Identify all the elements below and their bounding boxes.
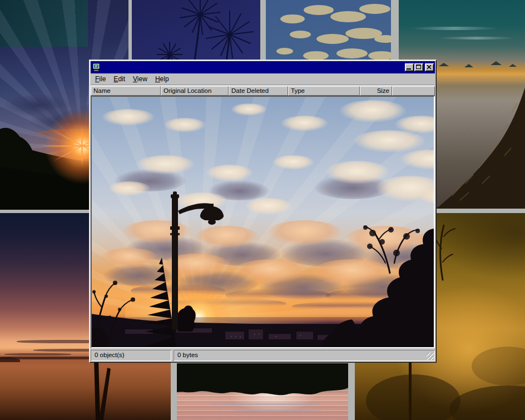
close-button[interactable]	[425, 63, 434, 71]
silhouette-layer	[92, 97, 434, 347]
status-bytes: 0 bytes	[174, 350, 435, 361]
column-header-date-deleted[interactable]: Date Deleted	[229, 86, 288, 96]
minimize-button[interactable]	[405, 63, 414, 71]
close-icon	[427, 65, 432, 70]
wallpaper-photo-reflection	[177, 363, 348, 420]
maximize-button[interactable]	[414, 63, 423, 71]
sunset-lamp-post-photo	[92, 97, 434, 347]
bush-silhouette	[176, 305, 196, 332]
menu-help[interactable]: Help	[151, 74, 173, 85]
pole-silhouette	[409, 355, 412, 420]
menu-file[interactable]: File	[91, 74, 110, 85]
resize-grip-icon[interactable]	[427, 353, 434, 360]
titlebar[interactable]	[91, 61, 435, 73]
column-header-empty[interactable]	[392, 86, 435, 96]
menu-edit[interactable]: Edit	[110, 74, 129, 85]
list-view-photo-area[interactable]	[91, 96, 435, 348]
status-bar: 0 object(s) 0 bytes	[91, 350, 435, 361]
reflected-trees	[177, 363, 348, 420]
column-header-original-location[interactable]: Original Location	[161, 86, 229, 96]
column-header-row: Name Original Location Date Deleted Type…	[91, 86, 435, 96]
menu-bar: File Edit View Help	[91, 73, 435, 85]
column-header-name[interactable]: Name	[91, 86, 161, 96]
lamp-post-silhouette	[170, 191, 224, 329]
recycle-bin-window: File Edit View Help Name Original Locati…	[89, 60, 437, 363]
computer-monitor-icon	[92, 63, 101, 72]
desktop: File Edit View Help Name Original Locati…	[0, 0, 525, 420]
menu-separator	[91, 85, 435, 86]
menu-view[interactable]: View	[129, 74, 151, 85]
minimize-icon	[407, 68, 411, 70]
column-header-size[interactable]: Size	[360, 86, 392, 96]
column-header-type[interactable]: Type	[288, 86, 360, 96]
status-objects: 0 object(s)	[91, 350, 171, 361]
maximize-icon	[416, 65, 421, 69]
